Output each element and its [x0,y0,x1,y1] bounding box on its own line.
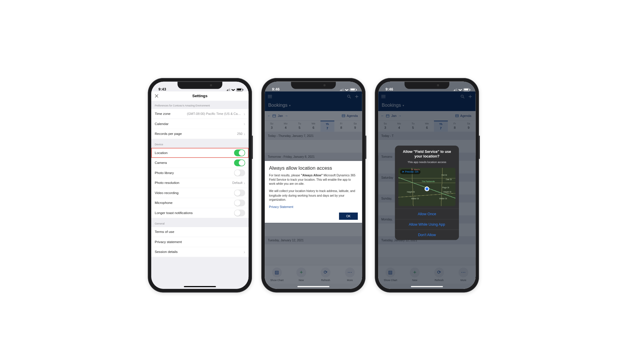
map-street-label: Page St [442,186,449,189]
chevron-right-icon: › [244,181,245,185]
dont-allow-button[interactable]: Don't Allow [395,230,459,240]
row-video-recording[interactable]: Video recording [151,188,248,198]
signal-icon [226,88,230,91]
toggle-location[interactable] [234,149,245,156]
section-header-preferences: Preferences for Contoso's Amazing Enviro… [151,101,248,108]
settings-nav-bar: Settings [151,91,248,101]
section-header-device: Device [151,139,248,148]
row-time-zone[interactable]: Time zone (GMT-08:00) Pacific Time (US &… [151,109,248,119]
allow-once-button[interactable]: Allow Once [395,209,459,219]
row-value: 250 [237,132,242,135]
signal-icon [340,88,343,91]
map-street-label: Haight St [443,191,451,193]
row-location[interactable]: Location [151,148,248,158]
map-street-label: Fell St [442,174,447,176]
signal-icon [453,88,457,91]
alert-title: Allow "Field Service" to use your locati… [399,149,455,159]
row-label: Privacy statement [155,240,182,244]
location-access-sheet: Always allow location access For best re… [265,161,362,223]
row-value: (GMT-08:00) Pacific Time (US & Cana... [187,112,242,115]
chevron-right-icon: › [244,122,245,126]
row-label: Photo library [155,171,174,175]
sheet-paragraph-2: We will collect your location history to… [269,189,358,202]
row-photo-resolution[interactable]: Photo resolution Default › [151,178,248,188]
row-records-per-page[interactable]: Records per page 250 › [151,129,248,139]
map-street-label: St. Mary's [411,169,419,171]
chevron-right-icon: › [244,112,245,116]
row-label: Records per page [155,132,182,136]
status-time: 9:43 [158,87,166,91]
map-street-label: Oak St [446,178,452,180]
phone-frame-3: 9:46 Bookings ▾ [375,78,479,292]
row-privacy-statement[interactable]: Privacy statement [151,237,248,247]
row-label: Time zone [155,112,170,116]
sheet-title: Always allow location access [269,165,358,171]
row-label: Calendar [155,122,169,126]
map-street-label: The Panhandle [422,181,435,183]
phone-frame-1: 9:43 Settings Preferences for Contoso's … [148,78,252,292]
battery-icon [350,88,356,91]
row-label: Location [155,151,167,155]
alert-subtitle: This app needs location access [399,160,455,164]
phone-frame-2: 9:46 Bookings ▾ [261,78,365,292]
wifi-icon [458,88,462,91]
close-icon[interactable] [155,94,158,98]
wifi-icon [345,88,349,91]
status-bar: 9:46 [265,82,362,92]
alert-map-preview: ➤ Precise: On St. Mary's Fell St Oak St … [398,168,455,206]
map-street-label: Waller St [411,198,419,200]
chevron-right-icon: › [244,132,245,136]
wifi-icon [231,88,235,91]
row-label: Video recording [155,191,179,195]
home-indicator[interactable] [298,286,329,287]
ok-button[interactable]: OK [339,213,358,220]
map-street-label: Waller St [439,198,447,200]
toggle-video[interactable] [234,189,245,196]
toggle-toast[interactable] [234,209,245,216]
home-indicator[interactable] [184,286,216,287]
ios-location-permission-alert: Allow "Field Service" to use your locati… [395,146,459,240]
row-label: Longer toast notifications [155,211,193,215]
row-photo-library[interactable]: Photo library [151,168,248,178]
row-label: Session details [155,250,178,254]
row-session-details[interactable]: Session details › [151,247,248,257]
status-time: 9:46 [272,87,280,91]
row-label: Photo resolution [155,181,179,185]
chevron-right-icon: › [244,250,245,254]
battery-icon [236,88,242,91]
allow-while-using-button[interactable]: Allow While Using App [395,219,459,230]
home-indicator[interactable] [411,286,443,287]
row-label: Camera [155,161,167,165]
status-bar: 9:46 [378,82,475,92]
row-microphone[interactable]: Microphone [151,198,248,208]
page-title: Settings [192,94,208,98]
row-label: Terms of use [155,230,174,234]
row-camera[interactable]: Camera [151,158,248,168]
row-terms-of-use[interactable]: Terms of use [151,227,248,237]
privacy-statement-link[interactable]: Privacy Statement [269,205,293,209]
toggle-microphone[interactable] [234,200,245,207]
status-bar: 9:43 [151,82,248,92]
toggle-photo-library[interactable] [234,169,245,176]
status-time: 9:46 [385,87,393,91]
battery-icon [463,88,469,91]
row-label: Microphone [155,201,172,205]
row-calendar[interactable]: Calendar › [151,119,248,129]
map-street-label: Haight St [407,191,415,193]
section-header-general: General [151,218,248,227]
row-value: Default [232,181,242,184]
sheet-paragraph-1: For best results, please "Always Allow" … [269,173,358,186]
toggle-camera[interactable] [234,159,245,166]
row-toast-notifications[interactable]: Longer toast notifications [151,208,248,218]
